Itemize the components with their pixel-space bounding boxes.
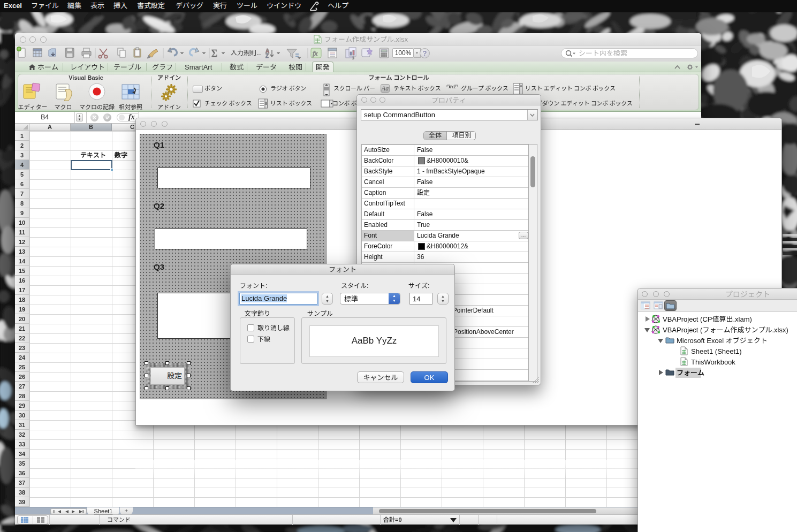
svg-text:♪: ♪ <box>352 55 355 60</box>
svg-text:Σ: Σ <box>211 48 217 59</box>
svg-text:Z: Z <box>265 53 269 59</box>
svg-text:XYZ: XYZ <box>449 85 456 89</box>
svg-text:fx: fx <box>313 49 318 57</box>
